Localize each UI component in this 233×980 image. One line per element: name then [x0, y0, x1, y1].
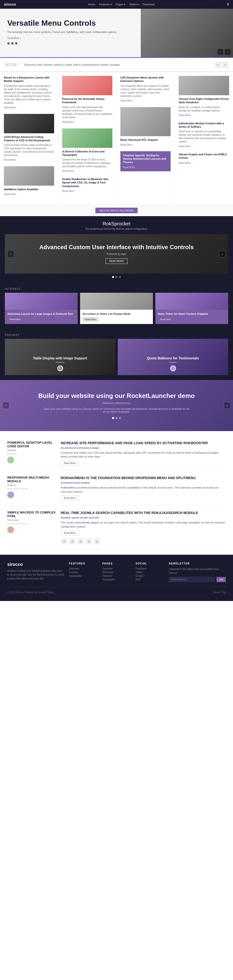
feature-readmore-4-2[interactable]: Read More [179, 145, 190, 148]
tag-icon-5[interactable]: ◎ [94, 538, 101, 545]
hero-prev-button[interactable]: ← [217, 49, 223, 55]
interact-card-2-button[interactable]: Read More [83, 317, 98, 321]
feature-row-1-heading: INCREASE SITE PERFORMANCE AND PAGE LOAD … [61, 441, 226, 445]
search-icon[interactable]: ⚲ [227, 2, 229, 6]
rocket-dot-2[interactable] [115, 417, 118, 419]
feature-title-3-2: Basic Structural RTL Support [120, 138, 171, 142]
feature-image-3-2 [120, 107, 171, 136]
interact-card-3-body: News Ticker for Short Content Snippets R… [155, 310, 228, 324]
footer-newsletter-input[interactable] [169, 577, 215, 582]
slideshow-prev-button[interactable]: ‹ [7, 251, 14, 257]
feature-readmore-1-1[interactable]: Read More [4, 106, 16, 109]
tag-icon-2[interactable]: ◎ [69, 538, 76, 545]
feature-row-1-plugin: RokPad [7, 449, 56, 452]
hero-read-more[interactable]: Read More » [7, 37, 21, 40]
footer-newsletter-button[interactable]: Join [217, 577, 226, 582]
footer-social-link-3[interactable]: Google+ [136, 574, 164, 577]
footer-pages-link-3[interactable]: Features [102, 574, 131, 577]
rocket-dots [5, 417, 228, 419]
rocket-prev-button[interactable]: ‹ [2, 402, 9, 409]
hero-dot-1[interactable] [7, 42, 10, 45]
footer-top-link[interactable]: Home | Top [213, 591, 226, 594]
rocket-next-button[interactable]: › [224, 402, 231, 409]
footer-pages-link-4[interactable]: Typography [102, 578, 131, 581]
roksprocket-title: RokSprocket [5, 221, 228, 227]
hero-text-area: Versatile Menu Controls The template has… [0, 9, 141, 57]
feature-readmore-1-2[interactable]: Read More [4, 159, 16, 161]
feature-row-3: SIMPLE MACROS TO COMPLEX HTML RokCandy S… [7, 506, 226, 550]
tag-icon-3[interactable]: ◎ [77, 538, 84, 545]
nav-pages[interactable]: Pages ▾ [116, 3, 126, 6]
present-section: PRESENT Table Display with Image Support… [0, 329, 233, 380]
footer-social-link-4[interactable]: RSS [136, 578, 164, 581]
feature-row-3-body: The results automatically appear as you … [61, 520, 226, 528]
feature-readmore-3-1[interactable]: Read More [120, 99, 132, 102]
nav-features[interactable]: Features ▾ [99, 3, 112, 6]
interact-card-2-image [80, 293, 153, 310]
tag-icon-4[interactable]: ◎ [85, 538, 92, 545]
present-card-2-bg: Quote Balloons for Testimonials #quotes [118, 339, 228, 375]
feature-readmore-2-1[interactable]: Read More [62, 121, 74, 123]
feature-readmore-1-3[interactable]: Read More [4, 193, 16, 196]
feature-title-1-2: LESS Brings Advanced Coding Features to … [4, 135, 54, 142]
slideshow-dot-3[interactable] [119, 276, 121, 278]
rocket-heading: Build your website using our RocketLaunc… [5, 392, 228, 399]
footer-newsletter-label: NEWSLETTER [169, 562, 226, 565]
feature-row-2-button[interactable]: Read More [61, 496, 79, 501]
add-more-section: Add Even More to Your Website [0, 205, 233, 216]
now-prev-button[interactable]: ← [215, 62, 221, 68]
footer-copyright: © 2015 Sirocco Powered by Rocket Theme [7, 591, 54, 594]
feature-readmore-4-1[interactable]: Read More [179, 114, 190, 116]
now-next-button[interactable]: → [222, 62, 228, 68]
feature-item-2-2: A Diverse Collection of Icons and Typogr… [62, 150, 112, 173]
footer-pages-link-1[interactable]: Overview [102, 567, 131, 570]
feature-row-1-type: Editor [7, 453, 56, 455]
feature-row-1-body: Compress and collate your CSS and Javasc… [61, 451, 226, 459]
nav-download[interactable]: Download [143, 3, 155, 6]
feature-title-2-2: A Diverse Collection of Icons and Typogr… [62, 150, 112, 157]
feature-col-1: Based on a Responsive Layout with Mobile… [0, 72, 58, 205]
feature-row-2-body: RokNavMenu provides functions above and … [61, 486, 226, 494]
now-label: NOW. [5, 62, 19, 68]
footer-social-link-1[interactable]: Facebook [136, 567, 164, 570]
slideshow-dot-2[interactable] [115, 276, 118, 278]
feature-item-4-3: Vibrant Graphs and Charts via HTML5 Canv… [179, 153, 229, 165]
footer-social-link-2[interactable]: Twitter [136, 571, 164, 574]
nav-logo: sirocco [4, 2, 16, 6]
hero-dot-2[interactable] [11, 42, 14, 45]
feature-readmore-3-2[interactable]: Read More [120, 143, 132, 146]
hero-dot-3[interactable] [15, 42, 18, 45]
nav-home[interactable]: Home [88, 3, 95, 6]
feature-item-1-2: LESS Brings Advanced Coding Features to … [4, 135, 54, 162]
slideshow-next-button[interactable]: › [219, 251, 226, 257]
slideshow-read-more-button[interactable]: READ MORE [105, 258, 128, 264]
add-more-button[interactable]: Add Even More to Your Website [96, 208, 137, 213]
hero-next-button[interactable]: → [225, 49, 231, 55]
rocket-dot-3[interactable] [119, 417, 121, 419]
feature-row-1-button[interactable]: Read More [61, 461, 79, 466]
hero-title: Versatile Menu Controls [7, 18, 134, 28]
feature-row-2-label: RESPONSIVE MULTI-MEDIA MODALS [7, 476, 56, 483]
feature-row-3-left: SIMPLE MACROS TO COMPLEX HTML RokCandy S… [7, 511, 56, 545]
footer-features-link-3[interactable]: Typography [69, 574, 97, 577]
footer-pages-label: PAGES [102, 562, 131, 565]
feature-title-3-1: CSS Dropdown Menu System with Extensive … [120, 76, 171, 83]
feature-row-3-button[interactable]: Read More [61, 530, 79, 536]
feature-readmore-2-2[interactable]: Read More [62, 170, 74, 172]
footer-features-link-1[interactable]: Overview [69, 567, 97, 570]
feature-readmore-3-3[interactable]: Read More [123, 166, 135, 169]
hero-dots [7, 42, 134, 45]
slideshow-dot-1[interactable] [112, 276, 114, 278]
present-card-1-bg: Table Display with Image Support #tablet… [5, 339, 115, 375]
footer-features-link-2[interactable]: Features [69, 571, 97, 574]
feature-row-3-avatar [7, 527, 14, 533]
nav-styles[interactable]: Styles ▾ [129, 3, 139, 6]
interact-card-3-button[interactable]: Read More [158, 317, 174, 321]
footer-pages-link-2[interactable]: Showcase [102, 571, 131, 574]
slideshow-area: ‹ Advanced Custom User Interface with In… [5, 234, 228, 274]
tag-icon-1[interactable]: ◎ [61, 538, 67, 545]
interact-card-1-button[interactable]: Read More [7, 317, 23, 321]
feature-readmore-2-3[interactable]: Read More [62, 190, 74, 192]
rocket-dot-1[interactable] [112, 417, 114, 419]
feature-readmore-4-3[interactable]: Read More [179, 162, 190, 164]
